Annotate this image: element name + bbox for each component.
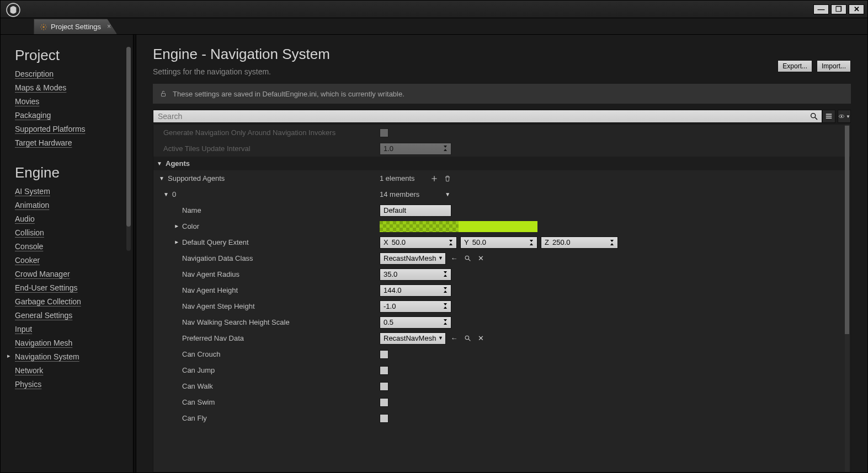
visibility-button[interactable]: ▼ bbox=[838, 110, 851, 123]
browse-button[interactable] bbox=[462, 334, 472, 343]
row-nav-agent-height: Nav Agent Height 144.0 bbox=[153, 282, 850, 298]
row-can-jump: Can Jump bbox=[153, 362, 850, 378]
sidebar-scroll-thumb[interactable] bbox=[126, 47, 131, 227]
clear-array-button[interactable] bbox=[443, 174, 452, 184]
row-name: Name Default bbox=[153, 202, 850, 218]
property-panel: Generate Navigation Only Around Navigati… bbox=[153, 125, 851, 472]
sidebar-item-cooker[interactable]: Cooker bbox=[15, 256, 40, 265]
row-preferred-nav-data: Preferred Nav Data RecastNavMesh ← ✕ bbox=[153, 330, 850, 346]
tab-label: Project Settings bbox=[51, 23, 101, 31]
sidebar-item-navigation-system[interactable]: Navigation System bbox=[15, 352, 79, 361]
sidebar-item-ai-system[interactable]: AI System bbox=[15, 187, 50, 196]
sidebar-item-maps-modes[interactable]: Maps & Modes bbox=[15, 83, 66, 92]
can-swim-checkbox[interactable] bbox=[380, 398, 388, 407]
row-can-swim: Can Swim bbox=[153, 394, 850, 410]
expand-icon[interactable]: ▼ bbox=[173, 240, 179, 245]
props-scrollbar[interactable] bbox=[845, 125, 849, 472]
window-frame: — ❐ ✕ Project Settings × ProjectDescript… bbox=[0, 0, 868, 473]
window-minimize-button[interactable]: — bbox=[813, 4, 829, 14]
import-button[interactable]: Import... bbox=[817, 60, 851, 72]
expand-icon[interactable]: ▼ bbox=[159, 175, 164, 181]
elements-count: 1 elements bbox=[380, 174, 415, 182]
reset-button[interactable]: ✕ bbox=[476, 254, 486, 264]
expand-icon[interactable]: ▼ bbox=[173, 224, 179, 229]
window-maximize-button[interactable]: ❐ bbox=[831, 4, 846, 14]
tab-project-settings[interactable]: Project Settings × bbox=[34, 19, 117, 34]
extent-x-field[interactable]: X50.0 bbox=[380, 237, 457, 249]
reset-button[interactable]: ✕ bbox=[476, 334, 486, 343]
tiles-interval-field[interactable]: 1.0 bbox=[380, 143, 451, 155]
color-swatch[interactable] bbox=[380, 221, 537, 232]
walk-scale-field[interactable]: 0.5 bbox=[380, 316, 451, 329]
svg-rect-2 bbox=[162, 93, 166, 96]
supported-agents-label: Supported Agents bbox=[168, 174, 225, 182]
use-selected-button[interactable]: ← bbox=[449, 334, 459, 343]
can-walk-checkbox[interactable] bbox=[380, 382, 388, 391]
sidebar-item-physics[interactable]: Physics bbox=[15, 380, 41, 389]
sidebar-item-movies[interactable]: Movies bbox=[15, 97, 39, 106]
nav-data-class-combo[interactable]: RecastNavMesh bbox=[380, 252, 446, 265]
search-input[interactable] bbox=[153, 110, 822, 123]
tab-close-icon[interactable]: × bbox=[107, 23, 111, 30]
struct-menu-button[interactable]: ▼ bbox=[445, 191, 450, 197]
sidebar-item-audio[interactable]: Audio bbox=[15, 214, 35, 223]
name-field[interactable]: Default bbox=[380, 205, 451, 217]
row-nav-data-class: Navigation Data Class RecastNavMesh ← ✕ bbox=[153, 250, 850, 266]
height-field[interactable]: 144.0 bbox=[380, 284, 451, 297]
add-element-button[interactable] bbox=[429, 174, 439, 184]
sidebar-item-input[interactable]: Input bbox=[15, 325, 32, 334]
expand-icon[interactable]: ▼ bbox=[163, 191, 169, 197]
window-close-button[interactable]: ✕ bbox=[849, 4, 864, 14]
sidebar-section-title: Project bbox=[15, 47, 133, 64]
row-default-query-extent: ▼Default Query Extent X50.0 Y50.0 Z250.0 bbox=[153, 234, 850, 250]
row-nav-agent-radius: Nav Agent Radius 35.0 bbox=[153, 266, 850, 282]
gen-nav-checkbox[interactable] bbox=[380, 128, 388, 137]
sidebar-item-navigation-mesh[interactable]: Navigation Mesh bbox=[15, 338, 72, 347]
sidebar-item-end-user-settings[interactable]: End-User Settings bbox=[15, 283, 78, 292]
step-field[interactable]: -1.0 bbox=[380, 300, 451, 313]
use-selected-button[interactable]: ← bbox=[449, 254, 459, 264]
expand-icon[interactable]: ▼ bbox=[157, 160, 162, 166]
sidebar-item-packaging[interactable]: Packaging bbox=[15, 111, 51, 120]
can-fly-checkbox[interactable] bbox=[380, 414, 388, 423]
unreal-logo-icon bbox=[6, 3, 20, 17]
extent-y-field[interactable]: Y50.0 bbox=[460, 237, 537, 249]
sidebar-item-garbage-collection[interactable]: Garbage Collection bbox=[15, 297, 81, 306]
sidebar-item-network[interactable]: Network bbox=[15, 366, 43, 375]
svg-rect-7 bbox=[826, 117, 832, 119]
gen-nav-label: Generate Navigation Only Around Navigati… bbox=[153, 125, 380, 141]
svg-point-9 bbox=[841, 116, 843, 117]
extent-z-field[interactable]: Z250.0 bbox=[541, 237, 618, 249]
page-title: Engine - Navigation System bbox=[153, 46, 330, 63]
tiles-interval-label: Active Tiles Update Interval bbox=[153, 141, 380, 157]
sidebar-item-animation[interactable]: Animation bbox=[15, 201, 49, 209]
list-view-button[interactable] bbox=[822, 110, 835, 123]
props-scroll-thumb[interactable] bbox=[845, 126, 849, 334]
sidebar-item-target-hardware[interactable]: Target Hardware bbox=[15, 138, 72, 147]
can-jump-checkbox[interactable] bbox=[380, 366, 388, 375]
search-strip: ▼ bbox=[153, 108, 851, 125]
sidebar-item-crowd-manager[interactable]: Crowd Manager bbox=[15, 270, 70, 278]
sidebar-item-description[interactable]: Description bbox=[15, 69, 54, 78]
sidebar-scrollbar[interactable] bbox=[126, 47, 131, 251]
can-crouch-checkbox[interactable] bbox=[380, 350, 388, 359]
ini-banner: These settings are saved in DefaultEngin… bbox=[153, 84, 851, 104]
row-nav-agent-step-height: Nav Agent Step Height -1.0 bbox=[153, 298, 850, 314]
titlebar: — ❐ ✕ bbox=[1, 1, 867, 18]
section-agents[interactable]: ▼Agents bbox=[153, 157, 850, 170]
sidebar-item-console[interactable]: Console bbox=[15, 242, 43, 251]
browse-button[interactable] bbox=[462, 254, 472, 264]
svg-point-12 bbox=[465, 336, 469, 340]
sidebar-item-general-settings[interactable]: General Settings bbox=[15, 311, 72, 320]
export-button[interactable]: Export... bbox=[778, 60, 812, 72]
pref-nav-combo[interactable]: RecastNavMesh bbox=[380, 332, 446, 345]
svg-point-1 bbox=[42, 26, 45, 28]
row-tiles-interval: Active Tiles Update Interval 1.0 bbox=[153, 141, 850, 157]
sidebar-item-collision[interactable]: Collision bbox=[15, 228, 44, 237]
radius-field[interactable]: 35.0 bbox=[380, 268, 451, 281]
row-can-fly: Can Fly bbox=[153, 410, 850, 426]
sidebar: ProjectDescriptionMaps & ModesMoviesPack… bbox=[1, 35, 133, 472]
sidebar-item-supported-platforms[interactable]: Supported Platforms bbox=[15, 125, 86, 133]
unlock-icon bbox=[159, 90, 167, 98]
row-color: ▼Color bbox=[153, 218, 850, 234]
